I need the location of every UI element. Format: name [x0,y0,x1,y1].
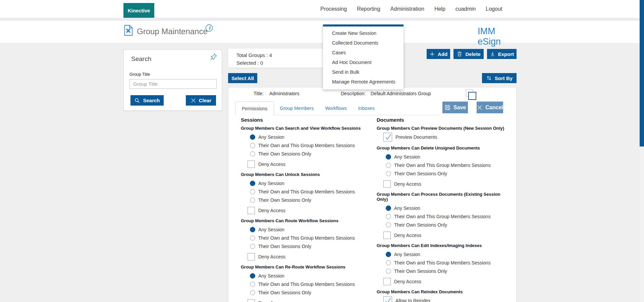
radio-their-own-and-this-group-members-sessions[interactable] [250,282,255,287]
radio-row[interactable]: Their Own Sessions Only [377,169,511,178]
nav-item-processing[interactable]: Processing [320,6,347,12]
radio-row[interactable]: Their Own and This Group Members Session… [377,258,511,267]
radio-row[interactable]: Their Own Sessions Only [241,242,375,250]
perm-column-heading: Documents [377,117,511,123]
nav-item-help[interactable]: Help [434,6,445,12]
menu-item-send-in-bulk[interactable]: Send in Bulk [323,67,404,77]
menu-item-ad-hoc-document[interactable]: Ad Hoc Document [323,58,404,67]
radio-any-session[interactable] [250,181,255,186]
checkbox-row[interactable]: Deny Access [383,278,511,285]
radio-their-own-and-this-group-members-sessions[interactable] [386,163,391,168]
checkbox-row[interactable]: Deny Access [248,207,375,214]
nav-item-administration[interactable]: Administration [390,6,424,12]
radio-row[interactable]: Their Own Sessions Only [377,221,511,229]
export-button[interactable]: Export [487,49,517,59]
radio-row[interactable]: Their Own and This Group Members Session… [377,161,511,169]
menu-item-create-new-session[interactable]: Create New Session [323,28,404,38]
checkbox-row[interactable]: Preview Documents [383,133,511,141]
radio-their-own-and-this-group-members-sessions[interactable] [250,143,255,148]
radio-row[interactable]: Any Session [241,271,375,280]
radio-row[interactable]: Any Session [241,225,375,234]
checkbox-deny-access[interactable] [248,299,255,302]
radio-any-session[interactable] [386,252,391,257]
kinective-logo[interactable]: Kinective [123,3,154,18]
checkbox-row[interactable]: Deny Access [248,299,375,302]
checkbox-row[interactable]: Deny Access [383,232,511,239]
tab-permissions[interactable]: Permissions [235,102,274,115]
nav-item-reporting[interactable]: Reporting [357,6,380,12]
radio-their-own-sessions-only[interactable] [386,171,391,176]
tab-group-members[interactable]: Group Members [274,102,319,115]
select-all-button[interactable]: Select All [228,73,257,83]
radio-their-own-sessions-only[interactable] [386,268,391,274]
radio-row[interactable]: Any Session [377,204,511,212]
radio-any-session[interactable] [386,154,391,160]
checkbox-deny-access[interactable] [248,207,255,214]
checkbox-row[interactable]: Deny Access [248,161,375,168]
radio-row[interactable]: Their Own and This Group Members Session… [241,280,375,288]
perm-group-group-members-can-edit-indexes-imaging-indexes: Group Members Can Edit Indexes/Imaging I… [377,243,511,285]
radio-their-own-and-this-group-members-sessions[interactable] [386,260,391,265]
radio-their-own-and-this-group-members-sessions[interactable] [250,189,255,194]
radio-any-session[interactable] [250,227,255,232]
checkbox-deny-access[interactable] [248,253,255,260]
scrollbar-thumb[interactable] [640,0,644,146]
radio-row[interactable]: Their Own Sessions Only [241,196,375,204]
pin-icon[interactable] [208,53,218,62]
radio-row[interactable]: Their Own and This Group Members Session… [241,141,375,149]
page-scrollbar[interactable] [640,0,644,302]
radio-any-session[interactable] [386,205,391,211]
group-maintenance-icon [124,25,133,36]
perm-column-sessions: SessionsGroup Members Can Search and Vie… [241,117,375,302]
radio-their-own-sessions-only[interactable] [250,244,255,249]
save-button[interactable]: Save [442,102,468,113]
floppy-icon [444,104,451,111]
nav-item-cuadmin[interactable]: cuadmin [455,6,476,12]
checkbox-deny-access[interactable] [248,161,255,168]
radio-row[interactable]: Their Own Sessions Only [241,288,375,297]
delete-button[interactable]: Delete [453,49,484,59]
tab-inboxes[interactable]: Inboxes [353,102,380,115]
nav-item-logout[interactable]: Logout [486,6,502,12]
group-title-input[interactable] [129,79,217,89]
radio-their-own-and-this-group-members-sessions[interactable] [250,235,255,241]
radio-any-session[interactable] [250,273,255,279]
menu-item-manage-remote-agreements[interactable]: Manage Remote Agreements [323,77,404,87]
radio-label: Any Session [394,252,420,257]
checkbox-row[interactable]: Deny Access [383,180,511,188]
radio-their-own-sessions-only[interactable] [250,151,255,157]
radio-row[interactable]: Any Session [377,153,511,161]
group-select-checkbox[interactable] [466,89,477,100]
tab-workflows[interactable]: Workflows [319,102,352,115]
radio-row[interactable]: Any Session [241,133,375,141]
radio-row[interactable]: Their Own Sessions Only [241,149,375,158]
radio-any-session[interactable] [250,134,255,140]
menu-item-collected-documents[interactable]: Collected Documents [323,38,404,48]
checkbox-deny-access[interactable] [383,232,391,239]
clear-button[interactable]: Clear [186,95,216,106]
checkbox-deny-access[interactable] [383,278,391,285]
sort-by-button[interactable]: Sort By [482,73,517,83]
add-button[interactable]: Add [427,49,450,59]
radio-their-own-sessions-only[interactable] [250,197,255,203]
checkbox-deny-access[interactable] [383,180,391,188]
info-icon[interactable]: i [205,24,213,32]
checkbox-row[interactable]: Deny Access [248,253,375,260]
radio-row[interactable]: Their Own and This Group Members Session… [241,187,375,196]
perm-group-title: Group Members Can Re-Route Workflow Sess… [241,264,375,269]
radio-their-own-and-this-group-members-sessions[interactable] [386,214,391,219]
radio-row[interactable]: Their Own Sessions Only [377,267,511,275]
radio-row[interactable]: Their Own and This Group Members Session… [377,212,511,221]
search-button[interactable]: Search [130,95,164,106]
cancel-button[interactable]: Cancel [477,102,503,113]
radio-their-own-sessions-only[interactable] [250,290,255,295]
checkbox-allow-to-reindex[interactable] [383,296,392,302]
menu-item-cases[interactable]: Cases [323,48,404,58]
checkbox-row[interactable]: Allow to Reindex [383,296,511,302]
radio-their-own-sessions-only[interactable] [386,222,391,228]
radio-row[interactable]: Their Own and This Group Members Session… [241,234,375,242]
checkbox-preview-documents[interactable] [383,133,392,141]
perm-group-group-members-can-process-documents-existing-session-only: Group Members Can Process Documents (Exi… [377,192,511,239]
radio-row[interactable]: Any Session [241,179,375,187]
radio-row[interactable]: Any Session [377,250,511,258]
